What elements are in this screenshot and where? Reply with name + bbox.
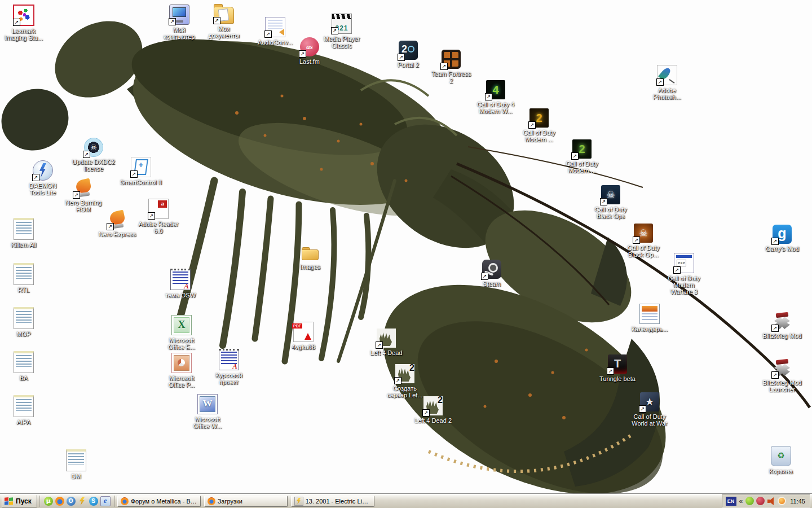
skype-icon[interactable]	[89, 497, 98, 506]
folder-icon	[301, 243, 320, 262]
desktop-icon[interactable]: BA	[2, 351, 45, 382]
lastfm-tray-icon[interactable]	[756, 497, 765, 505]
shortcut-arrow-icon: ↗	[394, 377, 401, 384]
tray-clock[interactable]: 11:45	[789, 498, 805, 505]
wordpad-icon	[170, 269, 191, 290]
tray-chevron-icon[interactable]: «	[739, 497, 743, 505]
notepad-icon	[14, 218, 34, 240]
desktop-icon-label: Microsoft Office W...	[186, 416, 229, 430]
desktop-icon[interactable]: Microsoft Office E...	[160, 315, 203, 351]
desktop-icon-label: Microsoft Office P...	[160, 375, 203, 388]
desktop-icon[interactable]: ↗ Call of Duty World at War	[628, 392, 671, 427]
desktop-icon-label: Update DXDC2 license	[72, 159, 115, 172]
desktop-icon[interactable]: DM	[55, 449, 98, 480]
utorrent-tray-icon[interactable]	[745, 497, 754, 505]
firefox-icon[interactable]	[55, 497, 64, 506]
internet-explorer-icon[interactable]	[100, 496, 111, 506]
start-button[interactable]: Пуск	[2, 494, 37, 507]
desktop-icon[interactable]: ↗ Call of Duty Black Ops	[589, 185, 632, 220]
desktop-icon[interactable]: Календарь...	[628, 304, 671, 332]
desktop-icon[interactable]: ↗ Call of Duty Modern Warfare 3	[663, 253, 705, 295]
desktop-icon[interactable]: ↗ Call of Duty Modern ...	[518, 108, 561, 143]
l4d-icon: ↗	[377, 329, 396, 348]
tunngle-icon: ↗	[608, 354, 627, 374]
desktop-icon[interactable]: ↗ Tunngle beta	[596, 354, 639, 382]
desktop-icon-label: Images	[289, 264, 332, 270]
taskbar-task-button[interactable]: Загрузки	[204, 496, 288, 507]
desktop-icon[interactable]: ↗ Left 4 Dead 2	[412, 396, 454, 424]
desktop-icon-label: тема OSW	[159, 292, 202, 299]
desktop-icon[interactable]: ↗ DAEMON Tools Lite	[21, 160, 64, 196]
download-master-icon[interactable]	[78, 497, 87, 506]
desktop-icon[interactable]: ↗ Мой компьютер	[158, 5, 201, 40]
desktop-icon[interactable]: Images	[289, 243, 332, 270]
desktop-icon[interactable]: Microsoft Office P...	[160, 353, 203, 388]
desktop-icon[interactable]: ↗ SmartControl II	[120, 157, 162, 186]
aimp-tray-icon[interactable]	[778, 497, 786, 505]
desktop-icon[interactable]: ↗ Blitzkrieg Mod Launcher	[761, 358, 804, 393]
skull-blue-icon: ↗	[601, 185, 620, 204]
shortcut-arrow-icon: ↗	[571, 152, 579, 160]
desktop-icon[interactable]: ↗ Мои документы	[202, 5, 245, 39]
opera-icon[interactable]	[67, 497, 76, 506]
exe-doc-icon: ↗	[674, 253, 694, 273]
shortcut-arrow-icon: ↗	[73, 191, 80, 199]
calendar-icon	[639, 304, 660, 324]
desktop-icon-label: Курсовой проект	[208, 372, 250, 386]
desktop-icon[interactable]: ↗ Lexmark Imaging Stu...	[2, 5, 45, 41]
desktop-icon[interactable]: ↗ Media Player Classic	[320, 14, 363, 49]
desktop-icon[interactable]: ↗ Left 4 Dead	[365, 329, 408, 356]
language-indicator[interactable]: EN	[726, 497, 736, 506]
desktop-icon[interactable]: 4vgku68	[282, 322, 325, 351]
tf2-icon: ↗	[442, 50, 461, 69]
desktop-icon[interactable]: Корзина	[760, 446, 802, 475]
shortcut-arrow-icon: ↗	[331, 27, 338, 34]
nero-icon: ↗	[74, 178, 93, 198]
desktop-icon[interactable]: Курсовой проект	[208, 349, 250, 386]
desktop-icon[interactable]: тема OSW	[159, 269, 202, 299]
utorrent-icon[interactable]	[44, 497, 53, 506]
volume-tray-icon[interactable]	[767, 497, 775, 505]
desktop-icon[interactable]: ↗ Blitzkrieg Mod	[761, 312, 804, 339]
shortcut-arrow-icon: ↗	[607, 367, 614, 375]
desktop-icon[interactable]: ↗ Call of Duty 4 Modern W...	[474, 80, 517, 115]
desktop-icon-label: Мой компьютер	[158, 27, 201, 40]
desktop-icon[interactable]: AIPA	[2, 395, 45, 426]
desktop-icon[interactable]: ↗ Portal 2	[387, 41, 430, 68]
desktop-icon-label: Call of Duty Black Op...	[622, 244, 665, 258]
desktop: ↗ Lexmark Imaging Stu... ↗ Мой компьютер…	[0, 0, 812, 493]
desktop-icon-label: Nero Express	[96, 231, 139, 238]
steam-icon: ↗	[482, 260, 501, 279]
shortcut-arrow-icon: ↗	[169, 18, 176, 25]
shortcut-arrow-icon: ↗	[213, 17, 220, 24]
desktop-icon[interactable]: ↗ Steam	[470, 260, 513, 287]
desktop-icon[interactable]: MOP	[2, 307, 45, 338]
desktop-icon[interactable]: RTL	[2, 263, 45, 294]
desktop-icon-label: DAEMON Tools Lite	[21, 182, 64, 196]
desktop-icon-label: Blitzkrieg Mod Launcher	[761, 379, 804, 393]
desktop-icon[interactable]: ↗ Создать сервер Lef...	[383, 364, 426, 398]
l4d2-icon: ↗	[423, 396, 443, 415]
gmod-icon: ↗	[773, 225, 792, 244]
shortcut-arrow-icon: ↗	[107, 223, 114, 230]
desktop-icon[interactable]: ↗ Call of Duty Modern ...	[561, 139, 603, 174]
task-button-label: Загрузки	[218, 498, 242, 505]
blitz-icon: ↗	[773, 358, 792, 378]
desktop-icon[interactable]: ↗ Update DXDC2 license	[72, 138, 115, 172]
taskbar-task-button[interactable]: 13. 2001 - Electric Light ...	[291, 496, 374, 507]
desktop-icon-label: Garry's Mod	[761, 246, 804, 252]
desktop-icon[interactable]: ↗ Team Fortress 2	[430, 50, 473, 84]
l4d2-icon: ↗	[395, 364, 414, 383]
nero-icon: ↗	[108, 210, 127, 229]
taskbar-task-button[interactable]: Форум о Metallica - Все ...	[117, 496, 201, 507]
desktop-icon[interactable]: ↗ Nero Express	[96, 210, 139, 238]
desktop-icon[interactable]: ↗ Adobe Photosh...	[646, 65, 689, 100]
shortcut-arrow-icon: ↗	[771, 238, 779, 245]
desktop-icon[interactable]: ↗ Nero Burning ROM	[62, 178, 105, 213]
pdf-icon	[293, 322, 314, 342]
desktop-icon[interactable]: Killem All	[2, 218, 45, 248]
desktop-icon[interactable]: ↗ Garry's Mod	[761, 225, 804, 252]
desktop-icon[interactable]: Microsoft Office W...	[186, 394, 229, 430]
desktop-icon[interactable]: ↗ Adobe Reader 6.0	[137, 199, 180, 234]
desktop-icon[interactable]: ↗ Call of Duty Black Op...	[622, 224, 665, 258]
